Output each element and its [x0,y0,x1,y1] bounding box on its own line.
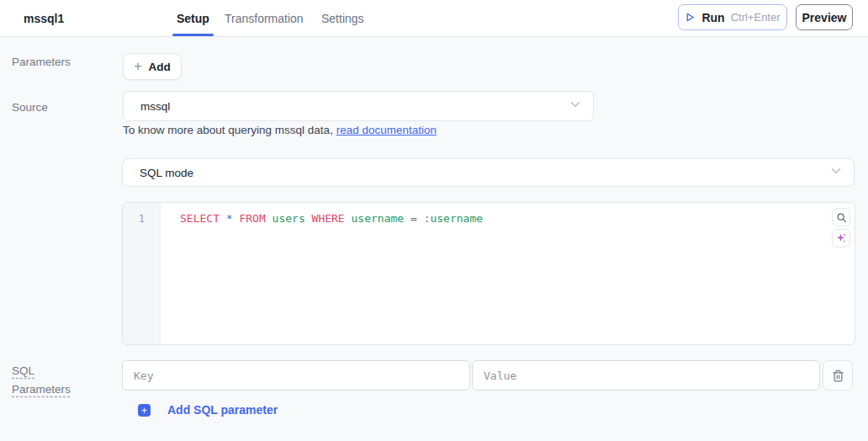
code-token [220,212,226,225]
magnifier-icon [836,212,847,223]
add-parameter-button-label: Add [149,61,171,73]
editor-search-button[interactable] [832,208,850,226]
code-token [305,212,312,225]
sql-mode-select[interactable]: SQL mode [122,158,855,187]
read-documentation-link[interactable]: read documentation [336,124,437,136]
play-icon [685,12,696,23]
run-shortcut: Ctrl+Enter [731,11,781,24]
sql-parameters-label: SQL Parameters [12,362,84,399]
code-token: = [410,212,417,225]
tab-transformation[interactable]: Transformation [225,0,304,36]
tab-setup-label: Setup [177,12,209,25]
code-token [417,212,424,225]
sql-code-editor[interactable]: 1 SELECT * FROM users WHERE username = :… [122,202,855,345]
code-token: username [352,212,405,225]
code-token [266,212,273,225]
parameters-label: Parameters [12,56,71,68]
trash-icon [832,369,844,382]
code-token: username [430,212,483,225]
plus-icon: + [141,406,147,416]
sql-code-line[interactable]: SELECT * FROM users WHERE username = :us… [180,212,483,225]
source-help-prefix: To know more about querying mssql data, [123,124,336,136]
code-token: SELECT [180,212,220,225]
tab-settings[interactable]: Settings [321,0,364,36]
source-label: Source [12,101,48,114]
query-editor-header: mssql1 Setup Transformation Settings Run… [0,0,868,37]
editor-line-number: 1 [123,212,161,225]
run-button[interactable]: Run Ctrl+Enter [678,4,787,30]
code-token: * [226,212,233,225]
sql-mode-select-value: SQL mode [140,167,193,179]
source-select-value: mssql [140,100,170,113]
code-token: users [273,212,305,225]
delete-sql-parameter-button[interactable] [823,360,853,391]
tab-settings-label: Settings [321,12,364,25]
sql-parameter-key-input[interactable] [122,360,470,391]
chevron-down-icon [568,97,583,115]
code-token: FROM [239,212,265,225]
source-select[interactable]: mssql [123,91,594,121]
preview-button[interactable]: Preview [796,4,853,30]
tab-transformation-label: Transformation [225,12,304,25]
sql-parameter-value-input[interactable] [472,360,820,391]
chevron-down-icon [828,163,844,182]
query-name[interactable]: mssql1 [24,0,64,37]
code-token [404,212,410,225]
run-button-label: Run [701,11,724,24]
tab-setup[interactable]: Setup [177,0,209,36]
code-token: WHERE [312,212,345,225]
editor-ai-assist-button[interactable] [832,229,850,247]
add-parameter-button[interactable]: + Add [123,53,182,80]
add-sql-parameter-button[interactable]: Add SQL parameter [167,403,278,417]
sparkles-icon [835,232,847,244]
preview-button-label: Preview [802,11,847,24]
add-sql-parameter-icon[interactable]: + [138,404,151,417]
source-help-text: To know more about querying mssql data, … [123,124,437,136]
code-token [345,212,352,225]
plus-icon: + [134,60,141,73]
